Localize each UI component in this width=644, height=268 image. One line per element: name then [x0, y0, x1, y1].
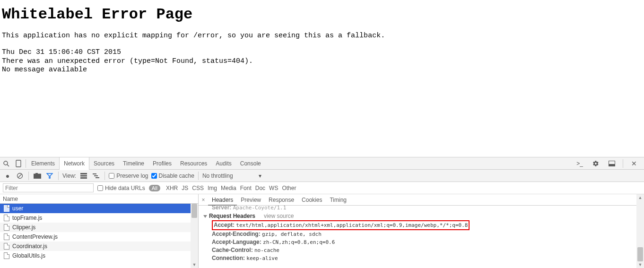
request-row[interactable]: topFrame.js [0, 213, 198, 223]
detail-tab-cookies[interactable]: Cookies [298, 194, 326, 206]
detail-tab-response[interactable]: Response [265, 194, 298, 206]
header-key: Accept: [214, 222, 236, 228]
error-detail: There was an unexpected error (type=Not … [2, 57, 642, 66]
header-line: Connection: keep-alive [203, 254, 644, 262]
detail-tabs: × HeadersPreviewResponseCookiesTiming [199, 194, 644, 206]
svg-rect-11 [80, 177, 87, 179]
network-filter-bar: Hide data URLs All XHRJSCSSImgMediaFontD… [0, 182, 644, 194]
devtools-tab-resources[interactable]: Resources [176, 157, 211, 170]
request-list-scrollbar[interactable]: ▲ ▼ [191, 204, 198, 268]
file-icon [4, 205, 9, 212]
large-rows-icon[interactable] [79, 171, 88, 181]
header-key: Cache-Control: [212, 247, 254, 253]
devtools-tab-profiles[interactable]: Profiles [148, 157, 176, 170]
disable-cache-checkbox[interactable]: Disable cache [151, 173, 194, 179]
file-icon [4, 243, 9, 250]
file-icon [4, 233, 9, 240]
detail-scrollbar[interactable]: ▲ ▼ [636, 194, 644, 268]
device-mode-icon[interactable] [12, 157, 25, 170]
filter-type-doc[interactable]: Doc [253, 185, 267, 191]
devtools-tab-sources[interactable]: Sources [89, 157, 119, 170]
svg-rect-13 [94, 175, 98, 176]
hide-data-urls-checkbox[interactable]: Hide data URLs [97, 185, 145, 191]
dock-side-icon[interactable] [606, 157, 618, 170]
svg-line-6 [18, 174, 22, 178]
request-name: ContentPreview.js [12, 232, 58, 242]
filter-type-media[interactable]: Media [219, 185, 238, 191]
filter-type-font[interactable]: Font [238, 185, 253, 191]
svg-rect-8 [35, 173, 38, 174]
request-list-header[interactable]: Name [0, 194, 198, 204]
request-name: GlobalUtils.js [12, 251, 45, 260]
detail-tab-headers[interactable]: Headers [208, 194, 237, 206]
inspect-icon[interactable] [0, 157, 12, 170]
error-page-content: Whitelabel Error Page This application h… [0, 0, 644, 77]
filter-icon[interactable] [45, 171, 54, 181]
devtools-tab-audits[interactable]: Audits [211, 157, 235, 170]
filter-type-js[interactable]: JS [180, 185, 190, 191]
close-detail-icon[interactable]: × [199, 197, 208, 203]
record-icon[interactable]: ● [3, 171, 12, 181]
devtools-tab-network[interactable]: Network [59, 157, 89, 170]
devtools-tab-timeline[interactable]: Timeline [119, 157, 148, 170]
error-message: No message available [2, 66, 642, 75]
header-line: Accept-Language: zh-CN,zh;q=0.8,en;q=0.6 [203, 238, 644, 246]
header-line: Cache-Control: no-cache [203, 246, 644, 254]
request-row[interactable]: GlobalUtils.js [0, 251, 198, 260]
request-name: user [12, 204, 23, 213]
request-row[interactable]: ContentPreview.js [0, 232, 198, 242]
request-row[interactable]: Coordinator.js [0, 242, 198, 251]
filter-all-pill[interactable]: All [149, 185, 160, 191]
filter-type-other[interactable]: Other [280, 185, 298, 191]
detail-tab-preview[interactable]: Preview [237, 194, 265, 206]
error-description: This application has no explicit mapping… [2, 32, 642, 41]
header-key: Accept-Encoding: [212, 231, 262, 237]
header-value: text/html,application/xhtml+xml,applicat… [236, 222, 468, 228]
error-timestamp: Thu Dec 31 15:06:40 CST 2015 [2, 48, 642, 57]
capture-screenshot-icon[interactable] [33, 171, 42, 181]
request-headers-section[interactable]: Request Headersview source [203, 212, 644, 220]
console-drawer-icon[interactable]: >_ [574, 157, 586, 170]
disclosure-triangle-icon[interactable] [203, 215, 207, 218]
detail-tab-timing[interactable]: Timing [326, 194, 350, 206]
request-row[interactable]: user [0, 204, 198, 213]
waterfall-icon[interactable] [91, 171, 101, 181]
page-title: Whitelabel Error Page [2, 6, 642, 23]
header-value: keep-alive [246, 255, 278, 261]
filter-type-xhr[interactable]: XHR [164, 185, 180, 191]
header-value: Apache-Coyote/1.1 [233, 206, 287, 211]
network-toolbar: ● View: Preserve log Disable cache No th… [0, 170, 644, 182]
file-icon [4, 224, 9, 231]
svg-rect-7 [34, 174, 41, 179]
header-value: gzip, deflate, sdch [262, 231, 322, 237]
svg-point-0 [4, 161, 8, 165]
preserve-log-checkbox[interactable]: Preserve log [109, 173, 148, 179]
filter-type-img[interactable]: Img [206, 185, 219, 191]
devtools-tabs: ElementsNetworkSourcesTimelineProfilesRe… [27, 157, 265, 170]
throttling-select[interactable]: No throttling ▾ [202, 173, 261, 179]
filter-type-css[interactable]: CSS [190, 185, 206, 191]
devtools-panel: ElementsNetworkSourcesTimelineProfilesRe… [0, 157, 644, 268]
headers-panel: Server: Apache-Coyote/1.1 Request Header… [199, 206, 644, 268]
clear-icon[interactable] [15, 171, 25, 181]
close-devtools-icon[interactable]: ✕ [628, 157, 640, 170]
file-icon [4, 215, 9, 221]
settings-icon[interactable] [590, 157, 602, 170]
header-value: no-cache [254, 247, 279, 253]
svg-line-1 [7, 164, 9, 166]
request-name: Coordinator.js [12, 242, 47, 251]
devtools-tab-console[interactable]: Console [236, 157, 265, 170]
svg-rect-12 [93, 173, 96, 174]
devtools-main-toolbar: ElementsNetworkSourcesTimelineProfilesRe… [0, 157, 644, 170]
svg-rect-9 [80, 173, 87, 174]
header-key: Accept-Language: [212, 239, 263, 245]
request-row[interactable]: Clipper.js [0, 223, 198, 232]
filter-input[interactable] [3, 183, 94, 192]
header-key: Server: [212, 206, 231, 211]
devtools-tab-elements[interactable]: Elements [27, 157, 59, 170]
request-name: Clipper.js [12, 223, 35, 232]
svg-rect-10 [80, 175, 87, 176]
filter-type-ws[interactable]: WS [267, 185, 280, 191]
view-source-link[interactable]: view source [264, 213, 294, 219]
header-line: Accept-Encoding: gzip, deflate, sdch [203, 230, 644, 238]
